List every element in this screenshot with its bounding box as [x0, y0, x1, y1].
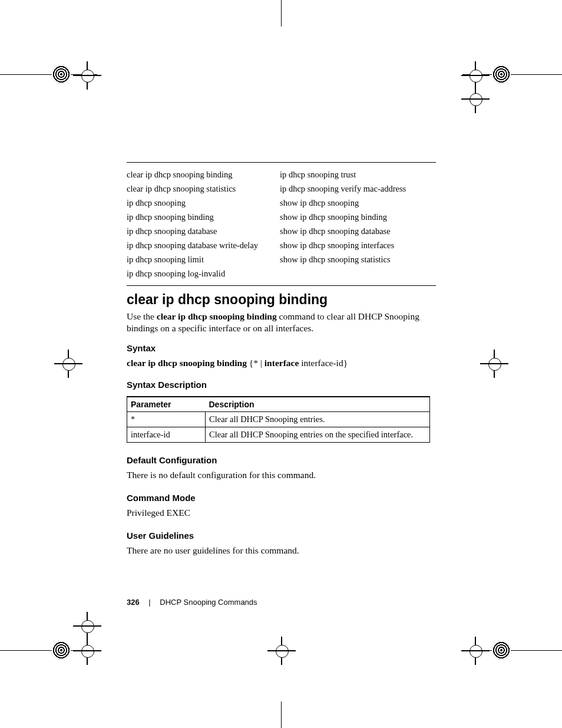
command-link[interactable]: ip dhcp snooping log-invalid — [127, 266, 280, 281]
table-row: interface-id Clear all DHCP Snooping ent… — [127, 427, 430, 443]
registration-crosshair-icon — [467, 67, 484, 84]
section-heading: clear ip dhcp snooping binding — [127, 292, 328, 308]
command-link[interactable]: show ip dhcp snooping — [280, 196, 433, 210]
intro-paragraph: Use the clear ip dhcp snooping binding c… — [127, 311, 436, 334]
registration-radial-icon — [492, 65, 511, 84]
table-row: * Clear all DHCP Snooping entries. — [127, 412, 430, 427]
user-guidelines-text: There are no user guidelines for this co… — [127, 545, 299, 556]
syntax-text: interface-id} — [299, 358, 348, 368]
registration-crosshair-icon — [60, 355, 77, 372]
registration-crosshair-icon — [79, 67, 95, 84]
command-link[interactable]: clear ip dhcp snooping binding — [127, 167, 280, 182]
command-link[interactable]: show ip dhcp snooping interfaces — [280, 238, 433, 252]
column-header-parameter: Parameter — [127, 397, 206, 412]
table-row: ip dhcp snooping database write-delaysho… — [127, 238, 436, 252]
command-link[interactable]: ip dhcp snooping binding — [127, 210, 280, 224]
parameter-cell: interface-id — [127, 427, 206, 443]
registration-radial-icon — [52, 641, 71, 660]
column-header-description: Description — [206, 397, 430, 412]
command-mode-heading: Command Mode — [127, 493, 196, 503]
page-footer: 326 | DHCP Snooping Commands — [127, 598, 257, 607]
description-cell: Clear all DHCP Snooping entries. — [206, 412, 430, 427]
command-link[interactable]: clear ip dhcp snooping statistics — [127, 182, 280, 196]
command-link[interactable]: ip dhcp snooping database — [127, 224, 280, 238]
syntax-line: clear ip dhcp snooping binding {* | inte… — [127, 358, 348, 368]
user-guidelines-heading: User Guidelines — [127, 531, 194, 541]
description-cell: Clear all DHCP Snooping entries on the s… — [206, 427, 430, 443]
chapter-name: DHCP Snooping Commands — [160, 598, 257, 607]
command-link[interactable]: ip dhcp snooping database write-delay — [127, 238, 280, 252]
command-link[interactable]: show ip dhcp snooping database — [280, 224, 433, 238]
command-link[interactable]: show ip dhcp snooping binding — [280, 210, 433, 224]
syntax-heading: Syntax — [127, 343, 156, 353]
registration-crosshair-icon — [79, 618, 95, 634]
command-link[interactable]: show ip dhcp snooping statistics — [280, 252, 433, 266]
registration-radial-icon — [52, 65, 71, 84]
default-configuration-heading: Default Configuration — [127, 455, 217, 465]
table-row: ip dhcp snooping databaseshow ip dhcp sn… — [127, 224, 436, 238]
page-number: 326 — [127, 598, 140, 607]
registration-radial-icon — [492, 641, 511, 660]
registration-crosshair-icon — [467, 91, 484, 107]
intro-text: Use the — [127, 311, 157, 321]
registration-crosshair-icon — [486, 355, 503, 372]
default-configuration-text: There is no default configuration for th… — [127, 470, 316, 480]
syntax-command: clear ip dhcp snooping binding — [127, 358, 247, 368]
intro-bold: clear ip dhcp snooping binding — [157, 311, 277, 321]
table-row: ip dhcp snooping log-invalid — [127, 266, 436, 281]
command-link — [280, 266, 433, 281]
syntax-text: {* | — [247, 358, 265, 368]
command-link[interactable]: ip dhcp snooping verify mac-address — [280, 182, 433, 196]
registration-crosshair-icon — [273, 643, 290, 659]
table-row: ip dhcp snooping bindingshow ip dhcp sno… — [127, 210, 436, 224]
parameter-cell: * — [127, 412, 206, 427]
syntax-description-heading: Syntax Description — [127, 380, 207, 390]
syntax-keyword: interface — [265, 358, 299, 368]
table-header-row: Parameter Description — [127, 397, 430, 412]
table-row: ip dhcp snooping limitshow ip dhcp snoop… — [127, 252, 436, 266]
command-list-table: clear ip dhcp snooping bindingip dhcp sn… — [127, 162, 436, 286]
footer-separator: | — [148, 598, 150, 607]
table-row: ip dhcp snoopingshow ip dhcp snooping — [127, 196, 436, 210]
command-mode-text: Privileged EXEC — [127, 508, 190, 518]
parameter-table: Parameter Description * Clear all DHCP S… — [127, 396, 430, 443]
registration-crosshair-icon — [467, 643, 484, 659]
table-row: clear ip dhcp snooping statisticsip dhcp… — [127, 182, 436, 196]
registration-crosshair-icon — [79, 643, 95, 659]
command-link[interactable]: ip dhcp snooping trust — [280, 167, 433, 182]
table-row: clear ip dhcp snooping bindingip dhcp sn… — [127, 167, 436, 182]
command-link[interactable]: ip dhcp snooping — [127, 196, 280, 210]
command-link[interactable]: ip dhcp snooping limit — [127, 252, 280, 266]
